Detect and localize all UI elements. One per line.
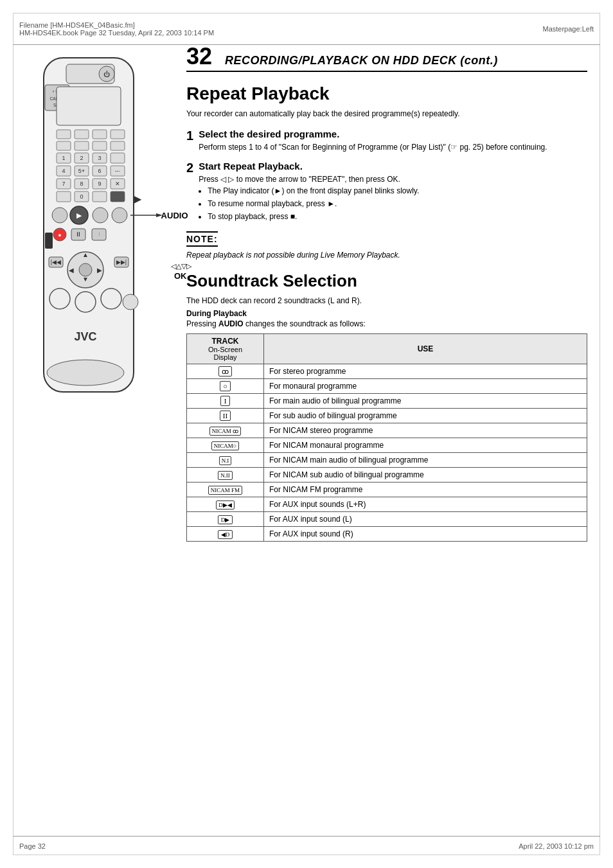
svg-point-70: [75, 292, 96, 312]
svg-text:5+: 5+: [78, 168, 84, 174]
svg-text:--·: --·: [114, 168, 120, 174]
svg-text:7: 7: [62, 181, 65, 187]
svg-text:◀: ◀: [69, 267, 74, 274]
table-row: ◀DFor AUX input sound (R): [187, 527, 587, 542]
during-playback: During Playback: [186, 309, 587, 318]
svg-rect-13: [111, 130, 125, 139]
remote-control-area: ⏻ * TV/ CABLE/ SAT: [31, 51, 156, 413]
audio-label: AUDIO: [161, 211, 188, 220]
note-text: Repeat playback is not possible during L…: [186, 249, 587, 261]
repeat-playback-intro: Your recorder can automatically play bac…: [186, 108, 587, 120]
step-1: 1 Select the desired programme. Perform …: [186, 128, 587, 153]
col-track-header: TRACK On-ScreenDisplay: [187, 334, 264, 364]
track-icon-cell: N.I: [187, 453, 264, 468]
page-number: 32: [186, 45, 212, 68]
svg-rect-9: [57, 87, 121, 125]
table-row: N.IFor NICAM main audio of bilingual pro…: [187, 453, 587, 468]
col-track-sub: On-ScreenDisplay: [192, 346, 258, 361]
svg-rect-14: [57, 141, 71, 150]
track-use-cell: For sub audio of bilingual programme: [264, 409, 587, 423]
pressing-text: Pressing AUDIO changes the soundtrack as…: [186, 319, 587, 328]
track-icon-cell: ○: [187, 379, 264, 394]
step-1-heading: Select the desired programme.: [199, 128, 587, 139]
track-icon-cell: D▶◀: [187, 497, 264, 512]
note-title: NOTE:: [186, 231, 218, 247]
bookline: HM-HDS4EK.book Page 32 Tuesday, April 22…: [19, 29, 214, 37]
svg-marker-76: [156, 213, 163, 217]
svg-rect-17: [111, 141, 125, 150]
svg-text:⏸: ⏸: [75, 231, 82, 238]
step-2-bullet-2: To resume normal playback, press ►.: [208, 198, 587, 209]
soundtrack-intro: The HDD deck can record 2 soundtracks (L…: [186, 295, 587, 306]
svg-rect-10: [57, 130, 71, 139]
step-1-body: Perform steps 1 to 4 of "Scan for Beginn…: [199, 141, 587, 153]
ok-arrows: ◁△▽▷: [171, 262, 191, 270]
svg-rect-16: [93, 141, 107, 150]
svg-point-50: [93, 208, 108, 223]
track-use-cell: For stereo programme: [264, 364, 587, 379]
svg-text:2: 2: [80, 155, 83, 161]
repeat-playback-title: Repeat Playback: [186, 84, 587, 104]
svg-rect-12: [93, 130, 107, 139]
left-panel: ⏻ * TV/ CABLE/ SAT: [13, 45, 167, 836]
header-left: Filename [HM-HDS4EK_04Basic.fm] HM-HDS4E…: [19, 21, 214, 37]
track-use-cell: For NICAM main audio of bilingual progra…: [264, 453, 587, 468]
svg-rect-44: [93, 191, 107, 202]
svg-rect-11: [75, 130, 89, 139]
track-use-cell: For main audio of bilingual programme: [264, 394, 587, 409]
table-row: NICAM FMFor NICAM FM programme: [187, 483, 587, 497]
svg-rect-41: [57, 191, 71, 202]
filename-line: Filename [HM-HDS4EK_04Basic.fm]: [19, 21, 214, 29]
track-use-cell: For monaural programme: [264, 379, 587, 394]
page-footer: Page 32 April 22, 2003 10:12 pm: [13, 836, 600, 855]
track-use-cell: For AUX input sound (R): [264, 527, 587, 542]
svg-rect-58: [45, 233, 53, 249]
col-use-header: USE: [264, 334, 587, 364]
svg-text:▲: ▲: [82, 251, 89, 258]
track-use-cell: For AUX input sound (L): [264, 512, 587, 527]
svg-text:3: 3: [98, 155, 101, 161]
track-icon-cell: ꝏ: [187, 364, 264, 379]
table-row: ꝏFor stereo programme: [187, 364, 587, 379]
track-icon-cell: D▶: [187, 512, 264, 527]
step-2-body-text: Press ◁ ▷ to move the arrow to "REPEAT",…: [199, 175, 400, 184]
table-row: IFor main audio of bilingual programme: [187, 394, 587, 409]
svg-text:▶: ▶: [134, 193, 142, 204]
step-2-content: Start Repeat Playback. Press ◁ ▷ to move…: [199, 161, 587, 224]
track-use-cell: For AUX input sounds (L+R): [264, 497, 587, 512]
svg-text:▶: ▶: [97, 267, 102, 274]
svg-point-51: [112, 208, 127, 223]
svg-text:1: 1: [62, 155, 65, 161]
track-use-cell: For NICAM sub audio of bilingual program…: [264, 468, 587, 483]
track-icon-cell: NICAM○: [187, 438, 264, 453]
note-box: NOTE: Repeat playback is not possible du…: [186, 231, 587, 261]
track-icon-cell: ◀D: [187, 527, 264, 542]
table-row: NICAM○For NICAM monaural programme: [187, 438, 587, 453]
svg-text:8: 8: [80, 181, 83, 187]
track-use-cell: For NICAM monaural programme: [264, 438, 587, 453]
track-icon-cell: NICAM FM: [187, 483, 264, 497]
soundtrack-title: Soundtrack Selection: [186, 271, 587, 291]
track-table: TRACK On-ScreenDisplay USE ꝏFor stereo p…: [186, 333, 587, 542]
col-track-label: TRACK: [192, 337, 258, 346]
track-icon-cell: II: [187, 409, 264, 423]
table-row: D▶For AUX input sound (L): [187, 512, 587, 527]
step-2-body: Press ◁ ▷ to move the arrow to "REPEAT",…: [199, 173, 587, 222]
svg-text:9: 9: [98, 181, 101, 187]
svg-text:JVC: JVC: [74, 330, 96, 343]
step-2-heading: Start Repeat Playback.: [199, 161, 587, 172]
step-1-number: 1: [186, 128, 193, 153]
track-icon-cell: NICAM ꝏ: [187, 423, 264, 438]
table-row: D▶◀For AUX input sounds (L+R): [187, 497, 587, 512]
step-2: 2 Start Repeat Playback. Press ◁ ▷ to mo…: [186, 161, 587, 224]
svg-text:|◀◀: |◀◀: [50, 259, 60, 265]
svg-rect-56: [92, 229, 106, 240]
svg-text:0: 0: [80, 193, 83, 200]
page-title: RECORDING/PLAYBACK ON HDD DECK (cont.): [225, 54, 498, 67]
table-row: NICAM ꝏFor NICAM stereo programme: [187, 423, 587, 438]
svg-text:▼: ▼: [82, 276, 89, 283]
step-2-bullet-3: To stop playback, press ■.: [208, 211, 587, 222]
step-2-bullet-1: The Play indicator (►) on the front disp…: [208, 185, 587, 197]
ok-label: OK: [174, 271, 187, 281]
track-icon-cell: N.II: [187, 468, 264, 483]
